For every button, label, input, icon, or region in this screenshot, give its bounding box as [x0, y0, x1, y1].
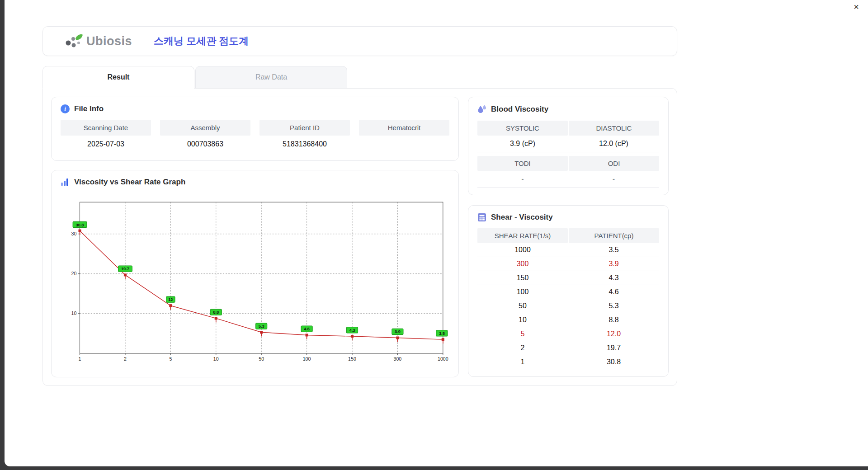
patient-cell: 4.3 [568, 271, 659, 285]
tab-raw-data[interactable]: Raw Data [195, 66, 347, 89]
bv-header-row-1: SYSTOLIC DIASTOLIC [477, 121, 659, 136]
app-title: 스캐닝 모세관 점도계 [154, 34, 249, 48]
bv-diastolic-value: 12.0 (cP) [568, 136, 659, 152]
droplet-icon [477, 104, 486, 114]
table-row: 505.3 [477, 299, 659, 313]
patient-column-header: PATIENT(cp) [569, 228, 659, 243]
bv-systolic-header: SYSTOLIC [477, 121, 568, 136]
shear-rate-cell: 5 [477, 327, 568, 341]
data-marker [215, 317, 217, 320]
field-value: 51831368400 [259, 136, 350, 153]
table-row: 130.8 [477, 355, 659, 369]
patient-cell: 30.8 [568, 355, 659, 369]
field-label: Scanning Date [61, 120, 151, 136]
logo-leaf-icon [64, 32, 84, 50]
shear-table-body: 10003.53003.91504.31004.6505.3108.8512.0… [477, 243, 659, 369]
point-label: 12 [168, 297, 173, 302]
info-icon: i [61, 104, 70, 113]
bar-chart-icon [61, 178, 70, 186]
data-marker [124, 273, 127, 276]
tab-result[interactable]: Result [42, 66, 194, 89]
blood-viscosity-title: Blood Viscosity [491, 105, 548, 114]
table-row: 1504.3 [477, 271, 659, 285]
patient-cell: 12.0 [568, 327, 659, 341]
x-tick-label: 50 [259, 356, 264, 362]
field-value: 2025-07-03 [61, 136, 151, 153]
bv-diastolic-header: DIASTOLIC [569, 121, 659, 136]
file-info-title: File Info [74, 104, 104, 113]
table-row: 10003.5 [477, 243, 659, 257]
blood-viscosity-card: Blood Viscosity SYSTOLIC DIASTOLIC 3.9 (… [468, 97, 669, 195]
shear-rate-cell: 1 [477, 355, 568, 369]
patient-cell: 5.3 [568, 299, 659, 313]
field-value [359, 136, 449, 153]
field-label: Patient ID [259, 120, 350, 136]
y-tick-label: 10 [71, 310, 77, 316]
data-marker [78, 230, 81, 232]
data-marker [260, 331, 263, 334]
shear-rate-cell: 150 [477, 271, 568, 285]
ubiosis-logo: Ubiosis [64, 32, 132, 50]
close-button[interactable]: × [851, 1, 862, 13]
data-marker [306, 334, 308, 336]
logo-text: Ubiosis [86, 34, 132, 48]
point-label: 30.8 [76, 223, 84, 227]
x-tick-label: 100 [303, 356, 311, 362]
patient-cell: 8.8 [568, 313, 659, 327]
point-label: 3.5 [439, 331, 445, 336]
data-marker [169, 304, 172, 307]
data-marker [442, 338, 444, 341]
table-row: 512.0 [477, 327, 659, 341]
file-info-field: Hematocrit [359, 120, 449, 153]
graph-card: Viscosity vs Shear Rate Graph 1020301251… [51, 170, 459, 377]
file-info-field: Assembly000703863 [160, 120, 250, 153]
bv-todi-header: TODI [477, 156, 568, 171]
shear-rate-cell: 10 [477, 313, 568, 327]
file-info-fields: Scanning Date2025-07-03Assembly000703863… [61, 120, 449, 153]
field-label: Hematocrit [359, 120, 449, 136]
x-tick-label: 1000 [438, 356, 448, 362]
bv-header-row-2: TODI ODI [477, 156, 659, 171]
table-row: 1004.6 [477, 285, 659, 299]
shear-rate-cell: 300 [477, 257, 568, 271]
point-label: 5.3 [259, 324, 264, 329]
x-tick-label: 5 [169, 356, 172, 362]
x-tick-label: 10 [213, 356, 219, 362]
field-value: 000703863 [160, 136, 250, 153]
shear-rate-cell: 50 [477, 299, 568, 313]
left-column: i File Info Scanning Date2025-07-03Assem… [51, 97, 459, 377]
point-label: 3.9 [395, 329, 401, 334]
file-info-card: i File Info Scanning Date2025-07-03Assem… [51, 97, 459, 161]
x-tick-label: 2 [124, 356, 127, 362]
shear-viscosity-card: Shear - Viscosity SHEAR RATE(1/s) PATIEN… [468, 205, 669, 377]
right-column: Blood Viscosity SYSTOLIC DIASTOLIC 3.9 (… [468, 97, 669, 377]
app-window: × Ubiosis 스캐닝 모세관 점도계 Result Raw Data [5, 0, 868, 466]
shear-rate-cell: 1000 [477, 243, 568, 257]
bv-odi-header: ODI [569, 156, 659, 171]
table-row: 108.8 [477, 313, 659, 327]
data-marker [396, 337, 399, 339]
table-row: 3003.9 [477, 257, 659, 271]
point-label: 8.8 [213, 310, 219, 315]
shear-table-header: SHEAR RATE(1/s) PATIENT(cp) [477, 228, 659, 243]
bv-systolic-value: 3.9 (cP) [477, 136, 568, 152]
x-tick-label: 1 [79, 356, 81, 362]
data-marker [351, 335, 354, 338]
bv-value-row-1: 3.9 (cP) 12.0 (cP) [477, 136, 659, 152]
table-row: 219.7 [477, 341, 659, 355]
header-card: Ubiosis 스캐닝 모세관 점도계 [42, 26, 677, 56]
shear-rate-cell: 2 [477, 341, 568, 355]
tab-bar: Result Raw Data [42, 66, 677, 88]
viscosity-chart: 1020301251050100150300100030.819.7128.85… [63, 195, 448, 368]
bv-value-row-2: - - [477, 171, 659, 188]
point-label: 19.7 [121, 267, 129, 271]
file-info-field: Patient ID51831368400 [259, 120, 350, 153]
patient-cell: 3.9 [568, 257, 659, 271]
calculator-icon [477, 213, 486, 222]
patient-cell: 4.6 [568, 285, 659, 299]
shear-viscosity-title: Shear - Viscosity [491, 213, 553, 222]
graph-title: Viscosity vs Shear Rate Graph [74, 178, 185, 187]
shear-rate-column-header: SHEAR RATE(1/s) [477, 228, 568, 243]
field-label: Assembly [160, 120, 250, 136]
point-label: 4.3 [349, 328, 355, 333]
